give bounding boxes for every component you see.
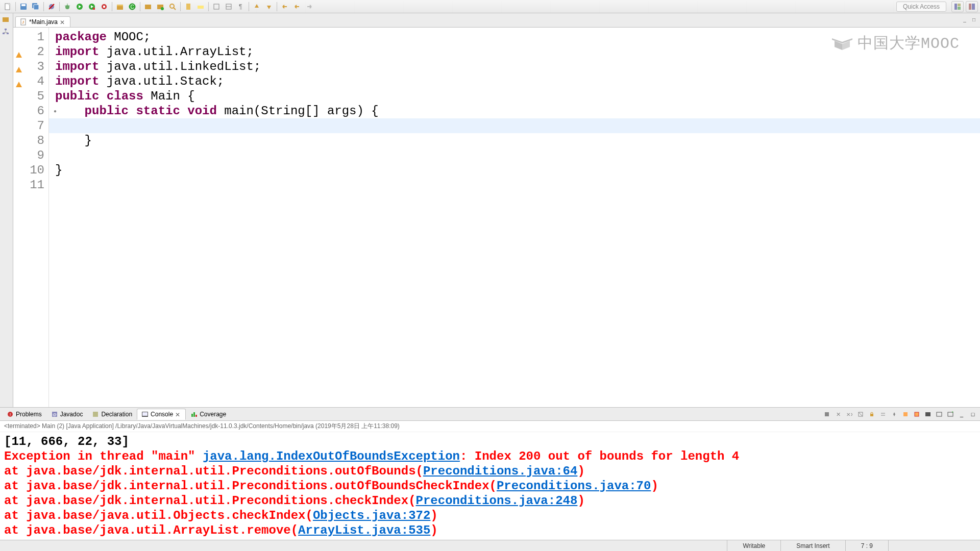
stack-link[interactable]: Preconditions.java:248 [416, 494, 578, 508]
status-bar: Writable Smart Insert 7 : 9 [0, 540, 980, 551]
terminate-button[interactable] [822, 410, 832, 419]
remove-all-button[interactable]: ✕✕ [844, 410, 854, 419]
minimize-panel-button[interactable]: _ [957, 410, 967, 419]
stack-link[interactable]: Objects.java:372 [313, 509, 430, 522]
toggle-block-button[interactable] [211, 1, 222, 12]
minimize-editor-button[interactable]: _ [961, 15, 969, 23]
remove-launch-button[interactable]: ✕ [833, 410, 843, 419]
toggle-highlight-button[interactable] [195, 1, 206, 12]
maximize-editor-button[interactable]: □ [970, 15, 978, 23]
main-toolbar: C ¶ Quick Access [0, 0, 980, 13]
mooc-logo-icon [832, 36, 852, 51]
svg-rect-42 [5, 29, 7, 30]
svg-rect-41 [3, 17, 9, 22]
last-edit-button[interactable] [279, 1, 290, 12]
coverage-button[interactable] [86, 1, 97, 12]
toggle-mark-button[interactable] [183, 1, 194, 12]
svg-rect-37 [958, 4, 961, 6]
close-icon[interactable]: ✕ [60, 19, 66, 25]
svg-marker-51 [16, 82, 22, 87]
exception-link[interactable]: java.lang.IndexOutOfBoundsException [203, 449, 460, 463]
console-toolbar: ✕ ✕✕ + _ □ [822, 410, 978, 419]
stack-link[interactable]: ArrayList.java:535 [298, 523, 430, 537]
editor: J *Main.java ✕ _ □ 1 2 3 4 5 6● 7 8 9 10 [13, 13, 980, 407]
forward-button[interactable] [304, 1, 315, 12]
stack-link[interactable]: Preconditions.java:64 [423, 464, 577, 478]
svg-rect-40 [972, 4, 975, 10]
console-output[interactable]: [11, 666, 22, 33] Exception in thread "m… [0, 432, 980, 540]
svg-rect-59 [93, 412, 98, 417]
svg-rect-76 [925, 412, 930, 416]
search-button[interactable] [167, 1, 178, 12]
warning-icon [15, 63, 22, 70]
new-package-button[interactable] [114, 1, 126, 12]
next-annotation-button[interactable] [263, 1, 275, 12]
new-console-button[interactable]: + [945, 410, 955, 419]
svg-text:J: J [22, 20, 24, 24]
svg-point-25 [161, 7, 164, 10]
svg-rect-3 [21, 4, 26, 6]
show-stderr-button[interactable] [912, 410, 922, 419]
tab-coverage[interactable]: Coverage [186, 409, 231, 420]
close-icon[interactable]: ✕ [175, 411, 181, 417]
editor-tabs: J *Main.java ✕ _ □ [13, 13, 980, 28]
new-button[interactable] [2, 1, 13, 12]
tab-declaration[interactable]: Declaration [87, 409, 137, 420]
show-stdout-button[interactable] [900, 410, 911, 419]
svg-rect-23 [145, 5, 151, 9]
new-class-button[interactable]: C [127, 1, 138, 12]
svg-rect-64 [195, 415, 197, 417]
debug-button[interactable] [62, 1, 73, 12]
maximize-panel-button[interactable]: □ [968, 410, 978, 419]
bottom-panel: ! Problems @ Javadoc Declaration Console… [0, 407, 980, 540]
tab-console[interactable]: Console ✕ [137, 409, 186, 420]
tab-problems[interactable]: ! Problems [2, 409, 46, 420]
scroll-lock-button[interactable] [867, 410, 877, 419]
word-wrap-button[interactable] [878, 410, 888, 419]
save-button[interactable] [18, 1, 29, 12]
svg-point-8 [65, 5, 69, 9]
code-area[interactable]: package MOOC; import java.util.ArrayList… [49, 28, 980, 407]
editor-tab-main[interactable]: J *Main.java ✕ [15, 16, 70, 27]
external-tools-button[interactable] [99, 1, 110, 12]
java-perspective-button[interactable] [966, 1, 978, 12]
save-all-button[interactable] [30, 1, 41, 12]
quick-access-input[interactable]: Quick Access [896, 2, 946, 12]
stack-link[interactable]: Preconditions.java:70 [497, 479, 651, 493]
back-button[interactable] [291, 1, 303, 12]
warning-icon [15, 48, 22, 56]
svg-text:¶: ¶ [239, 3, 242, 10]
run-button[interactable] [74, 1, 85, 12]
pin-console-button[interactable] [889, 410, 899, 419]
editor-tab-label: *Main.java [29, 18, 58, 26]
open-console-button[interactable] [934, 410, 944, 419]
javadoc-icon: @ [51, 411, 58, 418]
svg-rect-75 [915, 412, 919, 416]
svg-marker-35 [267, 6, 271, 9]
toggle-wrap-button[interactable] [223, 1, 234, 12]
open-perspective-button[interactable] [951, 1, 964, 12]
svg-line-11 [69, 6, 70, 6]
tab-javadoc[interactable]: @ Javadoc [46, 409, 88, 420]
display-console-button[interactable] [923, 410, 933, 419]
svg-rect-28 [186, 4, 190, 10]
clear-console-button[interactable] [855, 410, 866, 419]
svg-rect-1 [8, 4, 10, 5]
open-task-button[interactable] [155, 1, 166, 12]
svg-rect-61 [142, 412, 148, 416]
svg-marker-34 [255, 4, 259, 8]
editor-body[interactable]: 1 2 3 4 5 6● 7 8 9 10 11 package MOOC; i… [13, 28, 980, 407]
open-type-button[interactable] [142, 1, 154, 12]
status-cursor-position: 7 : 9 [845, 540, 888, 551]
svg-rect-65 [825, 412, 829, 416]
status-writable: Writable [727, 540, 780, 551]
show-whitespace-button[interactable]: ¶ [235, 1, 247, 12]
svg-rect-5 [34, 5, 39, 10]
package-explorer-icon[interactable] [2, 15, 12, 26]
prev-annotation-button[interactable] [251, 1, 262, 12]
svg-rect-16 [93, 8, 95, 10]
warning-icon [15, 78, 22, 85]
left-rail [0, 13, 13, 407]
hierarchy-icon[interactable] [2, 28, 12, 38]
skip-breakpoints-button[interactable] [46, 1, 57, 12]
